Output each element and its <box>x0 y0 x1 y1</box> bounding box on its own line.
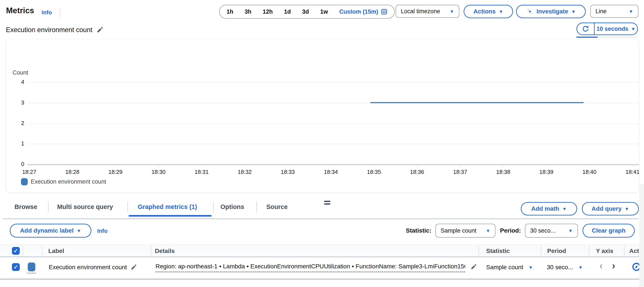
column-header-y-axis: Y axis <box>596 247 613 254</box>
chevron-down-icon: ▼ <box>528 265 533 270</box>
select-all-checkbox[interactable]: ✓ <box>12 247 20 255</box>
row-label-cell: Execution environment count <box>49 264 137 271</box>
chevron-down-icon: ▼ <box>77 228 81 233</box>
chevron-down-icon: ▼ <box>624 207 629 211</box>
legend-label: Execution environment count <box>31 178 106 185</box>
actions-button[interactable]: Actions ▼ <box>464 5 513 18</box>
add-query-button[interactable]: Add query ▼ <box>582 202 639 215</box>
add-dynamic-label-button[interactable]: Add dynamic label ▼ <box>10 224 92 237</box>
clear-graph-label: Clear graph <box>592 227 626 234</box>
statistic-label: Statistic: <box>406 227 431 234</box>
period-value: 30 seco... <box>530 227 556 234</box>
metric-chart-card <box>6 40 639 192</box>
timezone-value: Local timezone <box>401 8 440 15</box>
column-header-label: Label <box>48 247 64 254</box>
toolbar-info-link[interactable]: Info <box>97 228 108 234</box>
graph-title: Execution environment count <box>6 26 92 34</box>
row-statistic-value: Sample count <box>486 264 523 271</box>
legend-swatch[interactable] <box>21 178 28 185</box>
column-divider <box>151 246 151 256</box>
chart-type-value: Line <box>596 8 606 15</box>
tab-divider <box>256 202 257 212</box>
timezone-select[interactable]: Local timezone ▼ <box>396 5 459 18</box>
chart-legend: Execution environment count <box>21 178 106 185</box>
info-link[interactable]: Info <box>42 9 52 16</box>
chevron-down-icon: ▼ <box>450 9 454 14</box>
time-range-group: 1h 3h 12h 1d 3d 1w Custom (15m) <box>219 5 395 19</box>
chevron-down-icon: ▼ <box>499 9 503 14</box>
refresh-control: 10 seconds ▼ <box>576 23 638 35</box>
column-header-statistic: Statistic <box>486 247 510 254</box>
tab-multi-source-query[interactable]: Multi source query <box>57 203 113 210</box>
add-dynamic-label-text: Add dynamic label <box>20 227 74 234</box>
tab-source[interactable]: Source <box>266 203 288 210</box>
refresh-interval-value: 10 seconds <box>596 26 628 32</box>
range-1d[interactable]: 1d <box>278 9 297 15</box>
range-1w[interactable]: 1w <box>315 9 334 15</box>
chevron-left-icon[interactable]: ‹ <box>600 260 603 270</box>
statistic-value: Sample count <box>441 227 476 234</box>
chevron-down-icon: ▼ <box>562 207 567 211</box>
color-swatch-dots <box>27 273 36 273</box>
check-icon: ✓ <box>14 247 18 254</box>
investigate-button[interactable]: Investigate ▼ <box>516 5 586 18</box>
range-3h[interactable]: 3h <box>239 9 257 15</box>
add-math-label: Add math <box>531 205 559 212</box>
clear-graph-button[interactable]: Clear graph <box>582 224 635 237</box>
tab-divider <box>213 202 214 212</box>
statistic-select[interactable]: Sample count ▼ <box>436 224 496 237</box>
investigate-label: Investigate <box>536 8 568 15</box>
refresh-interval-select[interactable]: 10 seconds ▼ <box>595 23 637 35</box>
column-divider <box>478 246 479 256</box>
active-tab-underline <box>129 215 212 216</box>
range-12h[interactable]: 12h <box>257 9 278 15</box>
chevron-down-icon: ▼ <box>568 228 573 233</box>
chevron-down-icon: ▼ <box>571 9 576 14</box>
period-select[interactable]: 30 seco... ▼ <box>525 224 578 237</box>
tab-divider <box>48 202 48 212</box>
column-divider <box>624 246 624 256</box>
column-divider <box>23 246 23 256</box>
column-header-details: Details <box>155 247 175 254</box>
calendar-icon <box>381 9 388 15</box>
column-divider <box>42 246 42 256</box>
row-period-value: 30 seco... <box>547 264 573 271</box>
refresh-progress <box>576 37 638 38</box>
range-custom[interactable]: Custom (15m) <box>334 9 393 15</box>
chevron-down-icon: ▼ <box>631 27 636 31</box>
range-3d[interactable]: 3d <box>296 9 315 15</box>
tab-browse[interactable]: Browse <box>14 203 37 210</box>
column-header-period: Period <box>547 247 566 254</box>
chevron-right-icon[interactable]: › <box>612 260 615 270</box>
range-1h[interactable]: 1h <box>221 9 239 15</box>
header-divider <box>60 7 60 19</box>
row-color-swatch[interactable] <box>28 262 35 271</box>
column-header-actions: Actions <box>629 247 639 254</box>
resize-handle-icon[interactable] <box>324 201 330 206</box>
chart-type-select[interactable]: Line ▼ <box>590 5 638 18</box>
chevron-down-icon: ▼ <box>486 228 490 233</box>
pencil-icon[interactable] <box>96 27 103 33</box>
tabs-bottom-rule <box>3 218 639 219</box>
chevron-down-icon: ▼ <box>629 9 633 14</box>
check-icon: ✓ <box>14 264 18 270</box>
row-checkbox[interactable]: ✓ <box>12 263 20 271</box>
y-axis-unit-label: Count <box>12 69 28 76</box>
tab-graphed-metrics[interactable]: Graphed metrics (1) <box>138 203 197 210</box>
row-statistic-select[interactable]: Sample count ▼ <box>486 264 533 271</box>
refresh-button[interactable] <box>577 23 595 35</box>
row-details-link[interactable]: Region: ap-northeast-1 • Lambda • Execut… <box>156 263 465 272</box>
tab-options[interactable]: Options <box>220 203 244 210</box>
pencil-icon[interactable] <box>470 263 477 270</box>
tab-divider <box>128 202 128 212</box>
period-label: Period: <box>500 227 521 234</box>
refresh-progress-fill <box>576 37 598 38</box>
range-custom-label: Custom (15m) <box>339 9 378 15</box>
pencil-icon[interactable] <box>130 264 137 270</box>
column-divider <box>589 246 590 256</box>
add-query-label: Add query <box>592 205 622 212</box>
sparkle-icon <box>526 8 533 15</box>
add-math-button[interactable]: Add math ▼ <box>521 202 577 215</box>
row-label: Execution environment count <box>49 264 127 271</box>
row-period-select[interactable]: 30 seco... ▼ <box>547 264 583 271</box>
